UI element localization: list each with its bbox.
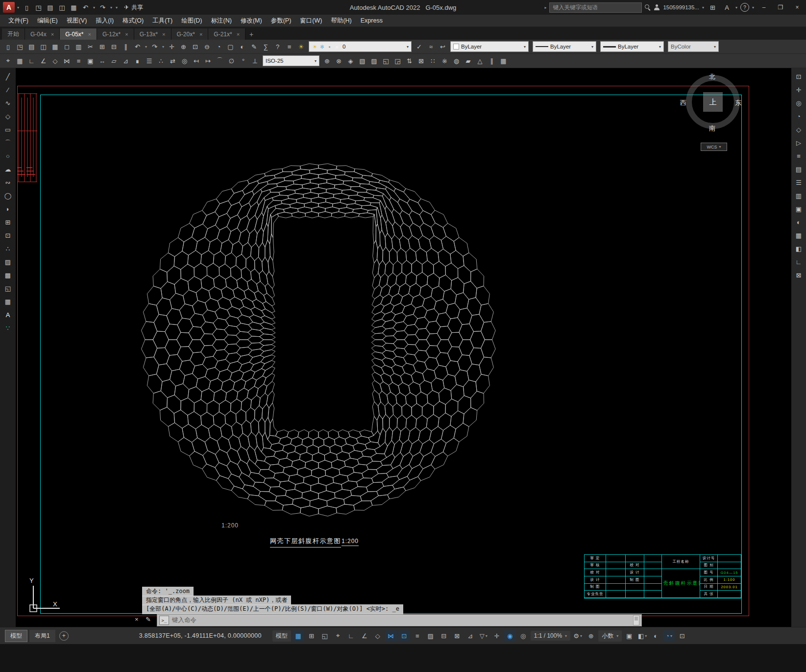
save-icon[interactable]: ▤: [26, 41, 37, 52]
nav-orbit-icon[interactable]: ◔: [793, 111, 805, 122]
undo-icon[interactable]: ↶: [132, 41, 143, 52]
open-file-icon[interactable]: ◳: [33, 2, 44, 13]
linetype-dropdown[interactable]: ByLayer ▾: [533, 41, 596, 52]
circle-icon[interactable]: ○: [2, 150, 14, 162]
radius-icon[interactable]: ◎: [179, 55, 190, 67]
user-caret-icon[interactable]: ▾: [702, 5, 704, 10]
layer-match-icon[interactable]: ≈: [425, 41, 437, 52]
layer-color-swatch[interactable]: ■: [334, 43, 340, 50]
spline-icon[interactable]: ∾: [2, 177, 14, 188]
close-tab-icon[interactable]: ×: [199, 31, 202, 37]
redo-icon[interactable]: ↷: [149, 41, 160, 52]
layers-palette-icon[interactable]: ▤: [793, 164, 805, 175]
gradient-icon[interactable]: ▩: [2, 270, 14, 281]
file-tab-g-20x[interactable]: G-20x*×: [171, 28, 209, 40]
annotation-scale-chip[interactable]: 1:1 / 100%▾: [531, 631, 570, 641]
close-tab-icon[interactable]: ×: [237, 31, 240, 37]
menu-draw[interactable]: 绘图(D): [177, 15, 206, 26]
lock-ui-icon[interactable]: ◧▾: [636, 630, 648, 641]
close-tab-icon[interactable]: ×: [162, 31, 165, 37]
object-track-icon[interactable]: ⋈: [61, 55, 73, 67]
quick-properties-icon[interactable]: ▣: [85, 55, 96, 67]
file-tab-g-04x[interactable]: G-04x×: [25, 28, 60, 40]
ellipse-arc-icon[interactable]: ◗: [2, 203, 14, 215]
compass-south-label[interactable]: 南: [709, 124, 715, 133]
markup-icon[interactable]: ✎: [248, 41, 260, 52]
file-tab-g-12x[interactable]: G-12x*×: [97, 28, 134, 40]
ortho-icon[interactable]: ∟: [345, 630, 357, 641]
menu-help[interactable]: 帮助(H): [326, 15, 356, 26]
menu-tools[interactable]: 工具(T): [148, 15, 177, 26]
command-scrollbar[interactable]: [633, 615, 639, 625]
share-button[interactable]: ✈ 共享: [124, 3, 143, 12]
layer-properties-icon[interactable]: ≡: [284, 41, 295, 52]
save-as-icon[interactable]: ◫: [38, 41, 49, 52]
create-block-icon[interactable]: ⊡: [2, 230, 14, 241]
object-snap-icon[interactable]: ◇: [49, 55, 61, 67]
layer-dropdown[interactable]: ☀✻▪■ 0 ▾: [309, 41, 412, 52]
copy-icon[interactable]: ⊞: [97, 41, 108, 52]
layer-lock-icon[interactable]: ▪: [326, 43, 333, 50]
command-customize-icon[interactable]: ✎: [146, 616, 151, 623]
menu-edit[interactable]: 编辑(E): [33, 15, 62, 26]
redo-caret[interactable]: ▾: [109, 2, 114, 13]
region-icon[interactable]: ◲: [392, 55, 403, 67]
ortho-mode-icon[interactable]: ∟: [26, 55, 37, 67]
dynamic-ucs-icon[interactable]: ⊿: [464, 630, 476, 641]
zoom-window-icon[interactable]: ⊡: [190, 41, 201, 52]
layer-freeze-icon[interactable]: ✻: [319, 43, 325, 50]
user-id-label[interactable]: 1505999135...: [663, 4, 699, 10]
orbit-icon[interactable]: ◔: [213, 41, 224, 52]
measure-distance-icon[interactable]: ↔: [97, 55, 108, 67]
app-menu-caret[interactable]: ▾: [16, 2, 21, 13]
sheet-set-manager-icon[interactable]: ▣: [793, 203, 805, 215]
clean-screen-icon[interactable]: ⊡: [676, 630, 688, 641]
user-icon[interactable]: [654, 4, 660, 11]
region-icon[interactable]: ◱: [2, 283, 14, 294]
lineweight-dropdown[interactable]: ByLayer ▾: [600, 41, 664, 52]
navbar-menu-icon[interactable]: ≡: [793, 150, 805, 162]
line-icon[interactable]: ╱: [2, 71, 14, 82]
publish-icon[interactable]: ▥: [73, 41, 84, 52]
properties-palette-icon[interactable]: ☰: [793, 177, 805, 188]
redo-caret[interactable]: ▾: [161, 41, 166, 52]
cut-icon[interactable]: ✂: [85, 41, 96, 52]
make-object-layer-current-icon[interactable]: ✓: [414, 41, 425, 52]
polygon-icon[interactable]: ◇: [2, 111, 14, 122]
workspace-switching-icon[interactable]: ⚙▾: [572, 630, 584, 641]
close-tab-icon[interactable]: ×: [125, 31, 128, 37]
gradient-icon[interactable]: ▨: [368, 55, 380, 67]
zoom-realtime-icon[interactable]: ⊕: [178, 41, 189, 52]
multiline-icon[interactable]: ∥: [486, 55, 497, 67]
new-file-icon[interactable]: ▯: [21, 2, 32, 13]
infer-constraints-icon[interactable]: ◱: [319, 630, 331, 641]
annotation-visibility-icon[interactable]: ◉: [504, 630, 516, 641]
compass-north-label[interactable]: 北: [709, 73, 715, 81]
quick-access-caret[interactable]: ▾: [114, 2, 119, 13]
dim-diameter-icon[interactable]: ∅: [226, 55, 237, 67]
object-snap-icon[interactable]: ⊡: [398, 630, 410, 641]
arc-icon[interactable]: ⌒: [2, 137, 14, 149]
save-icon[interactable]: ▤: [45, 2, 56, 13]
ellipse-icon[interactable]: ◯: [2, 190, 14, 201]
dim-perpendicular-icon[interactable]: ⊥: [249, 55, 261, 67]
redo-icon[interactable]: ↷: [97, 2, 108, 13]
render-palette-icon[interactable]: ◐: [793, 217, 805, 228]
nav-zoom-icon[interactable]: ◎: [793, 98, 805, 109]
table-style-icon[interactable]: ▦: [498, 55, 509, 67]
list-icon[interactable]: ☰: [144, 55, 155, 67]
store-icon[interactable]: ⊞: [707, 2, 718, 13]
align-icon[interactable]: ⇅: [404, 55, 415, 67]
selection-filter-icon[interactable]: ▽▾: [478, 630, 489, 641]
fullscreen-icon[interactable]: ⊡: [793, 71, 805, 82]
titlebar-caret[interactable]: ▸: [544, 5, 546, 10]
restore-button[interactable]: ❐: [774, 1, 787, 13]
flip-icon[interactable]: ⇄: [167, 55, 178, 67]
polyline-icon[interactable]: ∿: [2, 98, 14, 109]
close-tab-icon[interactable]: ×: [88, 31, 91, 37]
recent-commands-icon[interactable]: >_: [159, 616, 169, 625]
construction-line-icon[interactable]: ∕: [2, 84, 14, 96]
tool-palettes-icon[interactable]: ▥: [793, 190, 805, 201]
revision-cloud-icon[interactable]: ☁: [2, 164, 14, 175]
layer-states-icon[interactable]: ☀: [295, 41, 307, 52]
